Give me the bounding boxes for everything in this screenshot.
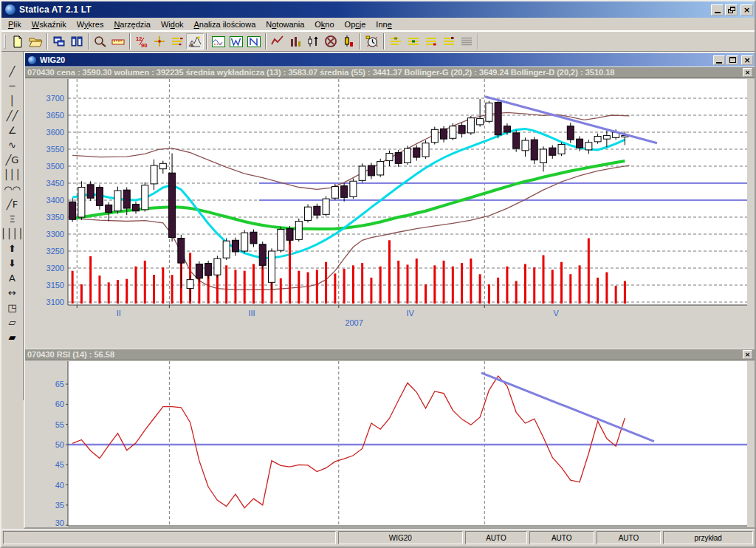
- svg-text:3650: 3650: [47, 111, 64, 120]
- svg-text:III: III: [248, 309, 255, 318]
- lines-red-dot-icon[interactable]: [422, 33, 440, 49]
- vertical-line-tool-icon[interactable]: │: [3, 93, 22, 108]
- chart-green-curves-icon[interactable]: [210, 33, 227, 49]
- restore-button[interactable]: [725, 4, 738, 16]
- eraser-tool-icon[interactable]: ▱: [3, 315, 22, 329]
- status-symbol: WIG20: [338, 531, 463, 544]
- horizontal-line-tool-icon[interactable]: ─: [3, 78, 22, 93]
- price-grid-tool-icon[interactable]: ││││: [3, 226, 22, 241]
- tile-cascade-icon[interactable]: [50, 33, 68, 49]
- vertical-grid-tool-icon[interactable]: │││: [3, 167, 22, 182]
- lines-darkred-dot-icon[interactable]: [440, 33, 458, 49]
- gann-line-tool-icon[interactable]: ╱G: [3, 152, 22, 167]
- chart-green-n-icon[interactable]: [245, 33, 263, 49]
- menu-narzędzia[interactable]: Narzędzia: [109, 18, 156, 30]
- toolbar-separator: [206, 33, 207, 49]
- candlestick-icon[interactable]: [304, 33, 322, 49]
- fibonacci-arcs-tool-icon[interactable]: ◠◠: [3, 182, 22, 196]
- zigzag-red-glyph: [270, 35, 285, 48]
- close-button[interactable]: ×: [740, 4, 753, 16]
- svg-text:3450: 3450: [47, 179, 64, 188]
- chart-window-title-bar[interactable]: WIG20 ×: [25, 53, 755, 66]
- menu-notowania[interactable]: Notowania: [261, 18, 309, 30]
- toolbar-separator: [129, 33, 131, 49]
- svg-text:3200: 3200: [47, 264, 64, 273]
- menu-analiza-ilościowa[interactable]: Analiza ilościowa: [189, 18, 261, 30]
- minimize-button[interactable]: [711, 4, 724, 16]
- crosshair-icon[interactable]: [151, 33, 168, 49]
- volume-candle-icon[interactable]: [340, 33, 357, 49]
- svg-text:3500: 3500: [47, 162, 64, 171]
- tile-windows-icon[interactable]: [68, 33, 86, 49]
- zigzag-red-icon[interactable]: [269, 33, 286, 49]
- menu-widok[interactable]: Widok: [156, 18, 189, 30]
- zigzag-line-tool-icon[interactable]: ∿: [3, 137, 22, 152]
- price-indicator-close-button[interactable]: ×: [743, 68, 752, 77]
- svg-text:3350: 3350: [47, 213, 64, 222]
- chart-green-w-icon[interactable]: [227, 33, 245, 49]
- crosshair-glyph: [152, 35, 167, 48]
- minimize-icon: [715, 12, 721, 13]
- open-folder-icon[interactable]: [27, 33, 44, 49]
- eraser-all-tool-icon[interactable]: ▰: [3, 329, 22, 344]
- timer-icon[interactable]: [363, 33, 381, 49]
- fibonacci-fan-tool-icon[interactable]: ╱F: [3, 196, 22, 211]
- price-chart[interactable]: 3100315032003250330033503400345035003550…: [25, 78, 755, 349]
- rsi-chart[interactable]: 6560555045403530: [25, 360, 755, 527]
- lines-olive-dot-icon[interactable]: [387, 33, 405, 49]
- rsi-indicator-close-button[interactable]: ×: [743, 350, 752, 359]
- fan-lines-tool-icon[interactable]: ∠: [3, 123, 22, 137]
- svg-text:50: 50: [55, 440, 64, 449]
- lines-red-dot-glyph: [424, 35, 439, 48]
- scale-90-icon[interactable]: 1290: [133, 33, 151, 49]
- fibonacci-levels-tool-icon[interactable]: Ξ: [3, 211, 22, 226]
- price-indicator-values: 070430 cena : 3590.30 wolumen : 392235 ś…: [27, 68, 743, 77]
- chart-green-curves-glyph: [211, 35, 226, 48]
- pointer-marker-tool-icon[interactable]: ◳: [3, 300, 22, 315]
- rsi-indicator-values: 070430 RSI (14) : 56.58: [27, 350, 743, 359]
- zoom-icon[interactable]: [92, 33, 109, 49]
- candlestick-glyph: [306, 35, 320, 48]
- new-file-icon[interactable]: [9, 33, 27, 49]
- ruler-glyph: [111, 35, 126, 48]
- tile-cascade-glyph: [52, 35, 66, 48]
- app-title: Statica AT 2.1 LT: [19, 4, 711, 15]
- chart-close-button[interactable]: ×: [741, 55, 753, 65]
- no-entry-icon[interactable]: [322, 33, 340, 49]
- rsi-plot-area[interactable]: [68, 361, 747, 526]
- toolbar-separator: [383, 33, 385, 49]
- no-entry-glyph: [323, 35, 338, 48]
- ruler-icon[interactable]: [109, 33, 127, 49]
- histogram-icon[interactable]: [286, 33, 304, 49]
- arrow-down-tool-icon[interactable]: ⬇: [3, 256, 22, 270]
- timer-glyph: [365, 35, 379, 48]
- tile-windows-glyph: [69, 35, 84, 48]
- menu-opcje[interactable]: Opcje: [340, 18, 371, 30]
- chart-maximize-button[interactable]: [726, 55, 738, 65]
- arrow-up-tool-icon[interactable]: ⬆: [3, 241, 22, 256]
- parallel-lines-tool-icon[interactable]: ╱╱: [3, 108, 22, 123]
- menu-wskaźnik[interactable]: Wskaźnik: [27, 18, 72, 30]
- rsi-indicator-header: 070430 RSI (14) : 56.58 ×: [25, 349, 755, 360]
- chart-minimize-button[interactable]: [713, 55, 725, 65]
- menu-plik[interactable]: Plik: [3, 18, 27, 30]
- toolbar-separator: [88, 33, 89, 49]
- title-bar[interactable]: Statica AT 2.1 LT ×: [1, 1, 755, 18]
- toolbar-separator: [360, 33, 361, 49]
- mountain-chart-icon[interactable]: [186, 33, 204, 49]
- menu-wykres[interactable]: Wykres: [72, 18, 109, 30]
- lines-gray-icon[interactable]: [458, 33, 475, 49]
- menu-inne[interactable]: Inne: [371, 18, 396, 30]
- menu-okno[interactable]: Okno: [309, 18, 339, 30]
- svg-text:3400: 3400: [47, 196, 64, 205]
- expand-horizontal-tool-icon[interactable]: ↔: [3, 285, 22, 300]
- volume-candle-glyph: [341, 35, 356, 48]
- lines-green-dot-glyph: [406, 35, 421, 48]
- text-label-tool-icon[interactable]: A: [3, 270, 22, 285]
- trend-line-tool-icon[interactable]: ╱: [3, 64, 22, 78]
- open-folder-glyph: [28, 35, 43, 48]
- lines-green-dot-icon[interactable]: [405, 33, 422, 49]
- levels-yellow-icon[interactable]: [168, 33, 186, 49]
- toolbar-handle[interactable]: [4, 34, 6, 49]
- levels-yellow-glyph: [170, 35, 185, 48]
